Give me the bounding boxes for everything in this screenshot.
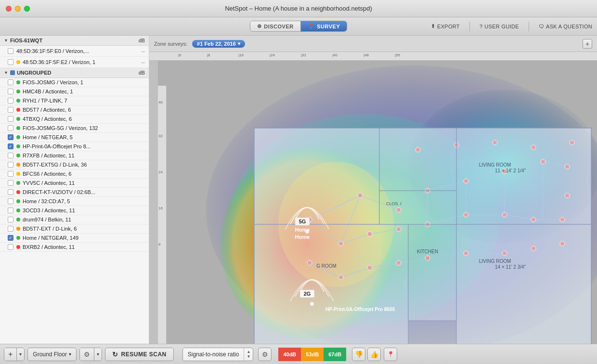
list-item[interactable]: YVV5C / Actiontec, 11	[0, 179, 149, 188]
title-bar: NetSpot – Home (A house in a neighborhoo…	[0, 0, 597, 17]
checkbox[interactable]	[8, 59, 13, 65]
list-item[interactable]: FiOS-JOSMG / Verizon, 1	[0, 78, 149, 87]
add-floor-button[interactable]: + ▾	[4, 348, 25, 361]
gear-icon[interactable]: ⚙	[80, 348, 94, 361]
checkbox[interactable]	[8, 125, 13, 131]
survey-button[interactable]: 📍 SURVEY	[301, 21, 347, 31]
floor-plan-container[interactable]: 40 32 24 16 8	[158, 61, 597, 344]
signal-type-selector[interactable]: Signal-to-noise ratio ▲ ▼	[182, 348, 254, 361]
db-53-label: 53dB	[301, 348, 324, 361]
signal-indicator	[16, 227, 20, 231]
list-item[interactable]: BD5T7-EXT / D-Link, 6	[0, 224, 149, 234]
signal-indicator	[16, 108, 20, 112]
svg-text:HP-Print-0A-Officejet Pro 8600: HP-Print-0A-Officejet Pro 8600	[325, 307, 395, 312]
checkbox[interactable]	[8, 198, 13, 204]
checkbox[interactable]	[8, 171, 13, 177]
list-item[interactable]: Home / 32:CD:A7, 5	[0, 197, 149, 206]
add-zone-button[interactable]: +	[583, 39, 592, 49]
location-button[interactable]: 📍	[384, 348, 397, 361]
db-40-label: 40dB	[278, 348, 301, 361]
signal-type-arrows[interactable]: ▲ ▼	[244, 348, 253, 361]
add-dropdown-arrow[interactable]: ▾	[17, 348, 24, 361]
add-icon[interactable]: +	[4, 348, 17, 361]
network-name: RYH1 / TP-LINK, 7	[23, 98, 145, 104]
collapse-icon: ▼	[4, 70, 8, 75]
network-name: HP-Print-0A-Officejet Pro 8...	[23, 143, 145, 149]
checkbox[interactable]	[8, 189, 13, 195]
checkbox[interactable]	[8, 116, 13, 122]
checkbox[interactable]	[8, 153, 13, 158]
thumbs-down-button[interactable]: 👎	[352, 348, 365, 361]
checkbox[interactable]	[8, 79, 13, 85]
signal-indicator	[16, 135, 20, 139]
list-item[interactable]: 3OCD3 / Actiontec, 11	[0, 206, 149, 215]
discover-label: DISCOVER	[264, 24, 293, 29]
export-button[interactable]: ⬆ EXPORT	[431, 23, 460, 29]
signal-settings-button[interactable]: ⚙	[258, 348, 272, 361]
export-icon: ⬆	[431, 23, 435, 29]
settings-dropdown-arrow[interactable]: ▾	[94, 348, 102, 361]
maximize-button[interactable]	[24, 6, 30, 12]
network-name: BD5T7-EXT / D-Link, 6	[23, 226, 145, 232]
network-name: 3OCD3 / Actiontec, 11	[23, 208, 145, 213]
checkbox[interactable]: ✓	[8, 143, 13, 149]
close-button[interactable]	[6, 6, 12, 12]
list-item[interactable]: 48:5D:36:1F:5F:E2 / Verizon, 1 –	[0, 57, 149, 68]
list-item[interactable]: BD5T7-EXT5G / D-Link, 36	[0, 160, 149, 169]
signal-indicator	[16, 99, 20, 103]
signal-indicator	[16, 172, 20, 176]
collapse-icon: ▼	[4, 38, 8, 43]
group-name: UNGROUPED	[17, 70, 52, 76]
list-item[interactable]: BFCS6 / Actiontec, 6	[0, 169, 149, 179]
checkbox[interactable]	[8, 226, 13, 232]
chat-icon: 🗨	[539, 24, 544, 29]
list-item[interactable]: BD5T7 / Actiontec, 6	[0, 105, 149, 115]
list-item[interactable]: R7XFB / Actiontec, 11	[0, 151, 149, 160]
gear-icon: ⚙	[262, 351, 268, 358]
window-title: NetSpot – Home (A house in a neighborhoo…	[225, 5, 372, 12]
checkbox[interactable]	[8, 89, 13, 94]
svg-text:11 × 14' 2 1/4": 11 × 14' 2 1/4"	[495, 168, 526, 173]
floor-selector[interactable]: Ground Floor	[27, 348, 77, 361]
list-item[interactable]: 4TBXQ / Actiontec, 6	[0, 115, 149, 124]
settings-button[interactable]: ⚙ ▾	[79, 348, 102, 361]
list-item[interactable]: ✓ Home / NETGEAR, 5	[0, 133, 149, 142]
checkbox[interactable]	[8, 217, 13, 222]
checkbox[interactable]: ✓	[8, 134, 13, 140]
list-item[interactable]: DIRECT-KT-VIZIOTV / 02:6B...	[0, 188, 149, 197]
discover-icon: ⊕	[257, 23, 262, 29]
signal-indicator	[16, 117, 20, 121]
checkbox[interactable]	[8, 48, 13, 54]
list-item[interactable]: BXRB2 / Actiontec, 11	[0, 243, 149, 252]
checkbox[interactable]	[8, 244, 13, 250]
ruler-tick: |56	[395, 53, 400, 57]
svg-rect-63	[254, 224, 408, 344]
signal-indicator	[16, 236, 20, 240]
ask-question-button[interactable]: 🗨 ASK A QUESTION	[539, 24, 592, 29]
thumbs-up-button[interactable]: 👍	[367, 348, 381, 361]
list-item[interactable]: ✓ Home / NETGEAR, 149	[0, 234, 149, 243]
svg-rect-64	[456, 224, 591, 344]
checkbox[interactable]	[8, 208, 13, 213]
checkbox[interactable]: ✓	[8, 235, 13, 241]
checkbox[interactable]	[8, 162, 13, 168]
list-item[interactable]: drum974 / Belkin, 11	[0, 215, 149, 224]
list-item[interactable]: HMC4B / Actiontec, 1	[0, 87, 149, 96]
checkbox[interactable]	[8, 98, 13, 104]
list-item[interactable]: RYH1 / TP-LINK, 7	[0, 96, 149, 105]
discover-button[interactable]: ⊕ DISCOVER	[250, 21, 301, 31]
list-item[interactable]: FiOS-JOSMG-5G / Verizon, 132	[0, 124, 149, 133]
zone-survey-selector[interactable]: #1 Feb 22, 2016	[192, 40, 245, 48]
network-name: Home / NETGEAR, 149	[23, 235, 145, 241]
checkbox[interactable]	[8, 180, 13, 186]
resume-scan-button[interactable]: ↻ RESUME SCAN	[105, 348, 174, 361]
user-guide-button[interactable]: ? USER GUIDE	[480, 24, 519, 29]
svg-text:Home: Home	[295, 227, 310, 233]
minimize-button[interactable]	[15, 6, 21, 12]
list-item[interactable]: 48:5D:36:1F:5F:E0 / Verizon,... –	[0, 46, 149, 57]
checkbox[interactable]	[8, 107, 13, 113]
network-name: BXRB2 / Actiontec, 11	[23, 244, 145, 250]
heatmap-overlay: LIVING ROOM 11 × 14' 2 1/4" LIVING ROOM …	[158, 61, 597, 344]
separator	[469, 22, 470, 31]
list-item[interactable]: ✓ HP-Print-0A-Officejet Pro 8...	[0, 142, 149, 151]
